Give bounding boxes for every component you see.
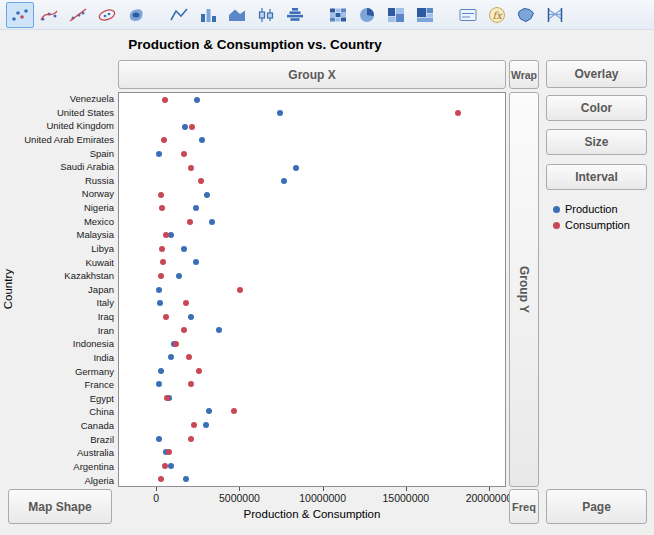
data-point-production[interactable] (281, 178, 287, 184)
data-point-production[interactable] (293, 165, 299, 171)
data-point-consumption[interactable] (188, 436, 194, 442)
dropzone-overlay-label: Overlay (574, 67, 618, 81)
tool-formula-icon[interactable]: fx (483, 2, 511, 28)
dropzone-color[interactable]: Color (546, 95, 647, 121)
tool-map-shapes-icon[interactable] (512, 2, 540, 28)
tool-parallel-plot-icon[interactable] (541, 2, 569, 28)
data-point-consumption[interactable] (181, 327, 187, 333)
data-point-production[interactable] (168, 354, 174, 360)
data-point-production[interactable] (156, 436, 162, 442)
tool-line-of-fit-icon[interactable] (64, 2, 92, 28)
tool-heatmap-icon[interactable] (324, 2, 352, 28)
tool-mosaic-icon[interactable] (382, 2, 410, 28)
y-tick-label: Australia (16, 446, 114, 460)
data-point-consumption[interactable] (159, 246, 165, 252)
y-tick-label: Brazil (16, 433, 114, 447)
x-tick-label: 10000000 (299, 492, 346, 504)
data-point-production[interactable] (158, 368, 164, 374)
data-point-production[interactable] (182, 124, 188, 130)
tool-points-icon[interactable] (6, 2, 34, 28)
data-point-consumption[interactable] (231, 408, 237, 414)
data-point-consumption[interactable] (163, 314, 169, 320)
data-point-production[interactable] (188, 314, 194, 320)
legend-item[interactable]: Production (553, 201, 630, 217)
data-point-consumption[interactable] (188, 381, 194, 387)
data-point-production[interactable] (193, 259, 199, 265)
tool-area-icon[interactable] (223, 2, 251, 28)
plot-area[interactable] (118, 92, 506, 487)
data-point-production[interactable] (157, 300, 163, 306)
data-point-production[interactable] (156, 151, 162, 157)
data-point-consumption[interactable] (158, 476, 164, 482)
y-tick-label: Canada (16, 419, 114, 433)
legend-label: Production (565, 203, 618, 215)
y-tick-label: Argentina (16, 460, 114, 474)
data-point-consumption[interactable] (198, 178, 204, 184)
data-point-consumption[interactable] (159, 205, 165, 211)
data-point-consumption[interactable] (162, 463, 168, 469)
legend-item[interactable]: Consumption (553, 217, 630, 233)
dropzone-size[interactable]: Size (546, 129, 647, 155)
dropzone-page[interactable]: Page (546, 489, 647, 524)
tool-caption-box-icon[interactable] (454, 2, 482, 28)
data-point-production[interactable] (183, 476, 189, 482)
data-point-production[interactable] (216, 327, 222, 333)
data-point-consumption[interactable] (237, 287, 243, 293)
data-point-consumption[interactable] (160, 259, 166, 265)
data-point-production[interactable] (206, 408, 212, 414)
dropzone-freq[interactable]: Freq (509, 489, 539, 524)
data-point-consumption[interactable] (188, 165, 194, 171)
data-point-consumption[interactable] (173, 341, 179, 347)
data-point-production[interactable] (277, 110, 283, 116)
data-point-production[interactable] (203, 422, 209, 428)
dropzone-group-y[interactable]: Group Y (509, 92, 539, 487)
data-point-production[interactable] (209, 219, 215, 225)
data-point-production[interactable] (156, 381, 162, 387)
tool-ellipse-icon[interactable] (93, 2, 121, 28)
data-point-consumption[interactable] (163, 232, 169, 238)
dropzone-map-shape[interactable]: Map Shape (8, 489, 112, 524)
tool-bar-icon[interactable] (194, 2, 222, 28)
data-point-production[interactable] (204, 192, 210, 198)
data-point-production[interactable] (168, 463, 174, 469)
y-tick-label: Malaysia (16, 228, 114, 242)
data-point-production[interactable] (199, 137, 205, 143)
dropzone-group-y-label: Group Y (517, 266, 531, 313)
data-point-consumption[interactable] (162, 97, 168, 103)
tool-box-plot-icon[interactable] (252, 2, 280, 28)
dropzone-interval[interactable]: Interval (546, 164, 647, 190)
dropzone-overlay[interactable]: Overlay (546, 60, 647, 88)
data-point-consumption[interactable] (183, 300, 189, 306)
y-tick-label: Nigeria (16, 201, 114, 215)
data-point-production[interactable] (156, 287, 162, 293)
data-point-consumption[interactable] (161, 137, 167, 143)
tool-histogram-icon[interactable] (281, 2, 309, 28)
data-point-consumption[interactable] (181, 151, 187, 157)
tool-treemap-icon[interactable] (411, 2, 439, 28)
data-point-consumption[interactable] (187, 219, 193, 225)
tool-contour-icon[interactable] (122, 2, 150, 28)
chart-title: Production & Consumption vs. Country (0, 37, 510, 52)
data-point-production[interactable] (193, 205, 199, 211)
dropzone-group-x[interactable]: Group X (118, 60, 506, 89)
data-point-production[interactable] (176, 273, 182, 279)
data-point-consumption[interactable] (186, 354, 192, 360)
y-tick-label: Egypt (16, 392, 114, 406)
data-point-consumption[interactable] (455, 110, 461, 116)
data-point-consumption[interactable] (158, 273, 164, 279)
y-tick-label: Kazakhstan (16, 269, 114, 283)
dropzone-wrap-label: Wrap (511, 69, 537, 81)
tool-pie-icon[interactable] (353, 2, 381, 28)
data-point-consumption[interactable] (196, 368, 202, 374)
dropzone-wrap[interactable]: Wrap (509, 60, 539, 89)
data-point-consumption[interactable] (158, 192, 164, 198)
tool-line-icon[interactable] (165, 2, 193, 28)
data-point-consumption[interactable] (191, 422, 197, 428)
data-point-consumption[interactable] (164, 395, 170, 401)
data-point-production[interactable] (181, 246, 187, 252)
data-point-consumption[interactable] (166, 449, 172, 455)
data-point-production[interactable] (194, 97, 200, 103)
y-tick-label: Indonesia (16, 337, 114, 351)
tool-smoother-icon[interactable] (35, 2, 63, 28)
data-point-consumption[interactable] (189, 124, 195, 130)
